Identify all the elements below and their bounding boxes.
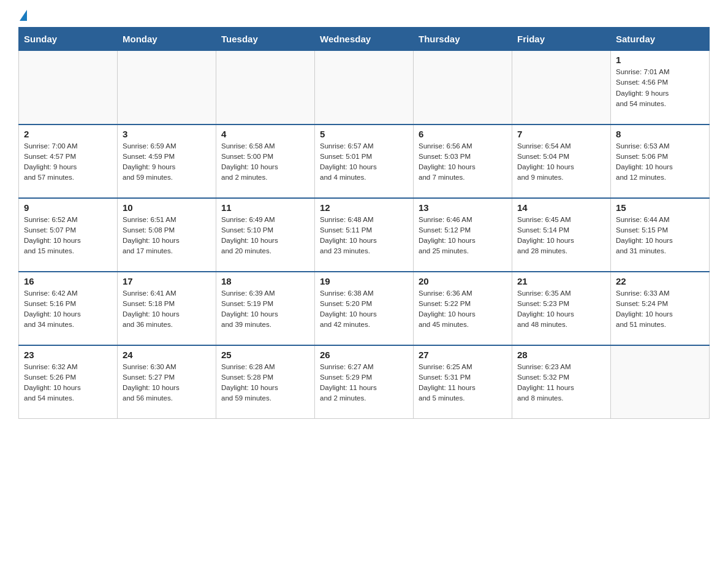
day-of-week-header: Sunday xyxy=(19,28,118,51)
day-number: 25 xyxy=(221,350,309,360)
calendar-cell: 22Sunrise: 6:33 AM Sunset: 5:24 PM Dayli… xyxy=(611,272,710,345)
day-info: Sunrise: 6:46 AM Sunset: 5:12 PM Dayligh… xyxy=(419,215,507,257)
day-number: 3 xyxy=(123,129,211,139)
day-number: 13 xyxy=(419,202,507,213)
logo xyxy=(18,12,27,21)
day-of-week-header: Tuesday xyxy=(216,28,315,51)
calendar-cell xyxy=(315,51,414,124)
day-number: 7 xyxy=(517,129,605,139)
day-info: Sunrise: 6:44 AM Sunset: 5:15 PM Dayligh… xyxy=(616,215,704,257)
day-number: 2 xyxy=(24,129,112,139)
calendar-cell: 7Sunrise: 6:54 AM Sunset: 5:04 PM Daylig… xyxy=(512,124,611,198)
calendar-cell: 14Sunrise: 6:45 AM Sunset: 5:14 PM Dayli… xyxy=(512,198,611,272)
calendar-cell: 28Sunrise: 6:23 AM Sunset: 5:32 PM Dayli… xyxy=(512,345,611,419)
calendar-cell xyxy=(512,51,611,124)
calendar-cell xyxy=(216,51,315,124)
calendar-cell: 21Sunrise: 6:35 AM Sunset: 5:23 PM Dayli… xyxy=(512,272,611,345)
day-number: 15 xyxy=(616,202,704,213)
day-info: Sunrise: 7:00 AM Sunset: 4:57 PM Dayligh… xyxy=(24,141,112,183)
day-number: 21 xyxy=(517,276,605,286)
day-number: 26 xyxy=(320,350,408,360)
day-number: 11 xyxy=(221,202,309,213)
calendar-cell: 8Sunrise: 6:53 AM Sunset: 5:06 PM Daylig… xyxy=(611,124,710,198)
calendar-cell: 2Sunrise: 7:00 AM Sunset: 4:57 PM Daylig… xyxy=(19,124,118,198)
calendar-week-row: 1Sunrise: 7:01 AM Sunset: 4:56 PM Daylig… xyxy=(19,51,710,124)
calendar-cell: 27Sunrise: 6:25 AM Sunset: 5:31 PM Dayli… xyxy=(414,345,512,419)
calendar-cell xyxy=(19,51,118,124)
calendar-cell: 3Sunrise: 6:59 AM Sunset: 4:59 PM Daylig… xyxy=(118,124,216,198)
calendar-cell: 10Sunrise: 6:51 AM Sunset: 5:08 PM Dayli… xyxy=(118,198,216,272)
calendar-cell: 24Sunrise: 6:30 AM Sunset: 5:27 PM Dayli… xyxy=(118,345,216,419)
calendar-week-row: 2Sunrise: 7:00 AM Sunset: 4:57 PM Daylig… xyxy=(19,124,710,198)
day-info: Sunrise: 6:59 AM Sunset: 4:59 PM Dayligh… xyxy=(123,141,211,183)
day-info: Sunrise: 6:54 AM Sunset: 5:04 PM Dayligh… xyxy=(517,141,605,183)
calendar-cell: 15Sunrise: 6:44 AM Sunset: 5:15 PM Dayli… xyxy=(611,198,710,272)
day-of-week-header: Saturday xyxy=(611,28,710,51)
day-of-week-header: Thursday xyxy=(414,28,512,51)
day-info: Sunrise: 6:41 AM Sunset: 5:18 PM Dayligh… xyxy=(123,288,211,331)
day-number: 27 xyxy=(419,350,507,360)
day-number: 28 xyxy=(517,350,605,360)
day-info: Sunrise: 6:42 AM Sunset: 5:16 PM Dayligh… xyxy=(24,288,112,331)
calendar-cell: 18Sunrise: 6:39 AM Sunset: 5:19 PM Dayli… xyxy=(216,272,315,345)
day-number: 1 xyxy=(616,55,704,65)
calendar-cell: 19Sunrise: 6:38 AM Sunset: 5:20 PM Dayli… xyxy=(315,272,414,345)
day-number: 14 xyxy=(517,202,605,213)
calendar-cell: 11Sunrise: 6:49 AM Sunset: 5:10 PM Dayli… xyxy=(216,198,315,272)
day-info: Sunrise: 6:30 AM Sunset: 5:27 PM Dayligh… xyxy=(123,362,211,404)
day-info: Sunrise: 6:27 AM Sunset: 5:29 PM Dayligh… xyxy=(320,362,408,404)
day-of-week-header: Friday xyxy=(512,28,611,51)
day-info: Sunrise: 6:51 AM Sunset: 5:08 PM Dayligh… xyxy=(123,215,211,257)
day-info: Sunrise: 6:58 AM Sunset: 5:00 PM Dayligh… xyxy=(221,141,309,183)
day-info: Sunrise: 6:53 AM Sunset: 5:06 PM Dayligh… xyxy=(616,141,704,183)
day-info: Sunrise: 6:25 AM Sunset: 5:31 PM Dayligh… xyxy=(419,362,507,404)
page-header xyxy=(18,12,710,21)
logo-triangle-icon xyxy=(20,10,27,21)
day-number: 9 xyxy=(24,202,112,213)
calendar-week-row: 9Sunrise: 6:52 AM Sunset: 5:07 PM Daylig… xyxy=(19,198,710,272)
day-info: Sunrise: 6:36 AM Sunset: 5:22 PM Dayligh… xyxy=(419,288,507,331)
day-number: 8 xyxy=(616,129,704,139)
day-of-week-header: Monday xyxy=(118,28,216,51)
day-number: 22 xyxy=(616,276,704,286)
day-info: Sunrise: 6:39 AM Sunset: 5:19 PM Dayligh… xyxy=(221,288,309,331)
day-info: Sunrise: 6:45 AM Sunset: 5:14 PM Dayligh… xyxy=(517,215,605,257)
calendar-week-row: 23Sunrise: 6:32 AM Sunset: 5:26 PM Dayli… xyxy=(19,345,710,419)
day-number: 5 xyxy=(320,129,408,139)
day-info: Sunrise: 6:35 AM Sunset: 5:23 PM Dayligh… xyxy=(517,288,605,331)
calendar-cell: 25Sunrise: 6:28 AM Sunset: 5:28 PM Dayli… xyxy=(216,345,315,419)
day-info: Sunrise: 6:52 AM Sunset: 5:07 PM Dayligh… xyxy=(24,215,112,257)
day-number: 23 xyxy=(24,350,112,360)
calendar-cell: 1Sunrise: 7:01 AM Sunset: 4:56 PM Daylig… xyxy=(611,51,710,124)
calendar-week-row: 16Sunrise: 6:42 AM Sunset: 5:16 PM Dayli… xyxy=(19,272,710,345)
day-number: 24 xyxy=(123,350,211,360)
day-number: 10 xyxy=(123,202,211,213)
day-info: Sunrise: 6:28 AM Sunset: 5:28 PM Dayligh… xyxy=(221,362,309,404)
calendar-cell: 9Sunrise: 6:52 AM Sunset: 5:07 PM Daylig… xyxy=(19,198,118,272)
day-number: 16 xyxy=(24,276,112,286)
calendar-cell: 26Sunrise: 6:27 AM Sunset: 5:29 PM Dayli… xyxy=(315,345,414,419)
day-info: Sunrise: 7:01 AM Sunset: 4:56 PM Dayligh… xyxy=(616,67,704,109)
day-info: Sunrise: 6:56 AM Sunset: 5:03 PM Dayligh… xyxy=(419,141,507,183)
calendar-cell: 20Sunrise: 6:36 AM Sunset: 5:22 PM Dayli… xyxy=(414,272,512,345)
calendar-table: SundayMondayTuesdayWednesdayThursdayFrid… xyxy=(18,27,710,419)
calendar-cell xyxy=(414,51,512,124)
calendar-cell: 16Sunrise: 6:42 AM Sunset: 5:16 PM Dayli… xyxy=(19,272,118,345)
calendar-cell: 4Sunrise: 6:58 AM Sunset: 5:00 PM Daylig… xyxy=(216,124,315,198)
day-number: 17 xyxy=(123,276,211,286)
day-number: 6 xyxy=(419,129,507,139)
calendar-header-row: SundayMondayTuesdayWednesdayThursdayFrid… xyxy=(19,28,710,51)
day-info: Sunrise: 6:23 AM Sunset: 5:32 PM Dayligh… xyxy=(517,362,605,404)
day-number: 18 xyxy=(221,276,309,286)
calendar-cell: 13Sunrise: 6:46 AM Sunset: 5:12 PM Dayli… xyxy=(414,198,512,272)
day-info: Sunrise: 6:38 AM Sunset: 5:20 PM Dayligh… xyxy=(320,288,408,331)
calendar-cell xyxy=(118,51,216,124)
calendar-cell: 12Sunrise: 6:48 AM Sunset: 5:11 PM Dayli… xyxy=(315,198,414,272)
day-info: Sunrise: 6:49 AM Sunset: 5:10 PM Dayligh… xyxy=(221,215,309,257)
day-info: Sunrise: 6:33 AM Sunset: 5:24 PM Dayligh… xyxy=(616,288,704,331)
day-number: 19 xyxy=(320,276,408,286)
day-number: 4 xyxy=(221,129,309,139)
calendar-cell: 17Sunrise: 6:41 AM Sunset: 5:18 PM Dayli… xyxy=(118,272,216,345)
day-info: Sunrise: 6:32 AM Sunset: 5:26 PM Dayligh… xyxy=(24,362,112,404)
calendar-cell xyxy=(611,345,710,419)
